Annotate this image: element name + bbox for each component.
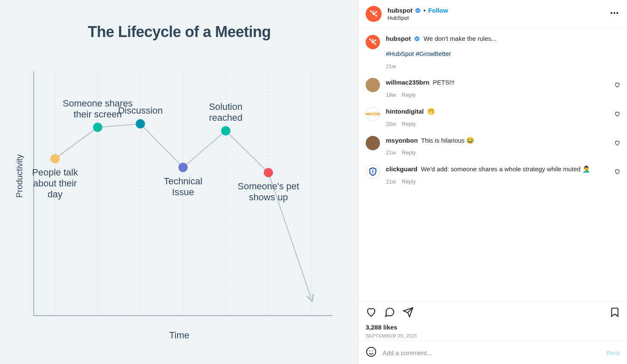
svg-point-38: [616, 12, 618, 14]
svg-text:Discussion: Discussion: [118, 105, 162, 116]
comment-item: clickguard We'd add: someone shares a wh…: [366, 165, 620, 186]
svg-point-49: [369, 351, 370, 351]
svg-line-34: [371, 11, 374, 14]
emoji-button[interactable]: [366, 346, 377, 359]
svg-point-50: [372, 351, 373, 351]
comment-input[interactable]: [383, 349, 600, 356]
svg-point-9: [50, 154, 60, 163]
svg-text:Solution: Solution: [209, 101, 243, 112]
caption-username[interactable]: hubspot: [386, 35, 411, 42]
comment-age: 21w: [386, 178, 396, 186]
svg-text:about their: about their: [33, 178, 77, 189]
svg-point-21: [221, 126, 230, 136]
svg-point-13: [93, 123, 102, 132]
comment-avatar[interactable]: HINTON: [366, 107, 380, 121]
reply-button[interactable]: Reply: [402, 149, 416, 157]
chart-ylabel: Productivity: [15, 154, 24, 198]
save-button[interactable]: [609, 307, 620, 319]
verified-icon: [414, 36, 420, 42]
svg-point-36: [611, 12, 612, 14]
likes-count[interactable]: 3,288 likes: [366, 324, 620, 331]
svg-text:shows up: shows up: [249, 192, 288, 202]
like-comment-button[interactable]: [614, 111, 620, 117]
post-sidebar: hubspot • Follow HubSpot hubspot: [359, 0, 627, 364]
author-fullname: HubSpot: [388, 15, 608, 21]
comment-age: 20w: [386, 120, 396, 128]
svg-text:reached: reached: [209, 112, 243, 123]
add-comment-form: Post: [359, 341, 627, 364]
svg-point-16: [136, 119, 145, 128]
caption-avatar[interactable]: [366, 35, 380, 49]
comment-avatar[interactable]: [366, 165, 380, 179]
comment-text: We'd add: someone shares a whole strateg…: [421, 165, 590, 173]
chart-plot: People talkabout theirdaySomeone sharest…: [29, 72, 341, 320]
chart-title: The Lifecycle of a Meeting: [0, 23, 359, 41]
chart-xlabel: Time: [0, 330, 359, 341]
comment-username[interactable]: clickguard: [386, 165, 417, 173]
post-comment-button[interactable]: Post: [606, 349, 620, 356]
share-button[interactable]: [403, 307, 414, 319]
svg-rect-43: [372, 39, 373, 41]
comment-item: msyonbon This is hilarious 😂 21w Reply: [366, 136, 620, 157]
more-options-button[interactable]: [608, 8, 620, 20]
comment-username[interactable]: willmac235brn: [386, 79, 429, 86]
caption-age: 21w: [386, 63, 396, 71]
like-button[interactable]: [366, 307, 377, 319]
svg-text:Technical: Technical: [164, 176, 202, 186]
comment-button[interactable]: [384, 307, 395, 319]
comment-username[interactable]: msyonbon: [386, 137, 418, 144]
svg-point-37: [614, 12, 615, 14]
like-comment-button[interactable]: [614, 169, 620, 175]
verified-icon: [415, 8, 421, 13]
comment-text: PETS!!!: [433, 79, 455, 86]
reply-button[interactable]: Reply: [402, 91, 416, 99]
comment-age: 19w: [386, 91, 396, 99]
reply-button[interactable]: Reply: [402, 120, 416, 128]
comments-section: hubspot We don't make the rules... #HubS…: [359, 28, 627, 302]
svg-point-24: [264, 168, 273, 177]
post-media: The Lifecycle of a Meeting Productivity …: [0, 0, 359, 364]
svg-text:Someone's pet: Someone's pet: [238, 181, 299, 191]
post-actions: 3,288 likes SEPTEMBER 29, 2021: [359, 302, 627, 341]
svg-text:their screen: their screen: [74, 109, 122, 120]
svg-text:day: day: [48, 189, 62, 199]
caption-text: We don't make the rules...: [424, 35, 497, 42]
like-comment-button[interactable]: [614, 82, 620, 88]
author-avatar[interactable]: [366, 6, 382, 22]
svg-point-48: [367, 347, 376, 356]
comment-username[interactable]: hintondigital: [386, 108, 424, 115]
like-comment-button[interactable]: [614, 140, 620, 146]
svg-line-46: [370, 40, 373, 42]
comment-avatar[interactable]: [366, 78, 380, 92]
post-caption: hubspot We don't make the rules... #HubS…: [366, 34, 620, 70]
reply-button[interactable]: Reply: [402, 178, 416, 186]
follow-button[interactable]: Follow: [428, 7, 448, 14]
comment-age: 21w: [386, 149, 396, 157]
post-header: hubspot • Follow HubSpot: [359, 0, 627, 28]
comment-item: HINTON hintondigital 🤭 20w Reply: [366, 107, 620, 128]
post-date: SEPTEMBER 29, 2021: [366, 333, 620, 338]
svg-text:Issue: Issue: [172, 187, 194, 197]
svg-text:People talk: People talk: [32, 167, 78, 178]
caption-hashtags[interactable]: #HubSpot #GrowBetter: [386, 50, 451, 57]
svg-point-18: [178, 163, 188, 172]
comment-item: willmac235brn PETS!!! 19w Reply: [366, 78, 620, 99]
comment-text: This is hilarious 😂: [421, 137, 475, 144]
comment-avatar[interactable]: [366, 136, 380, 150]
separator-dot: •: [423, 7, 425, 14]
comment-text: 🤭: [427, 108, 435, 115]
author-username[interactable]: hubspot: [388, 7, 412, 14]
svg-rect-31: [373, 11, 374, 13]
